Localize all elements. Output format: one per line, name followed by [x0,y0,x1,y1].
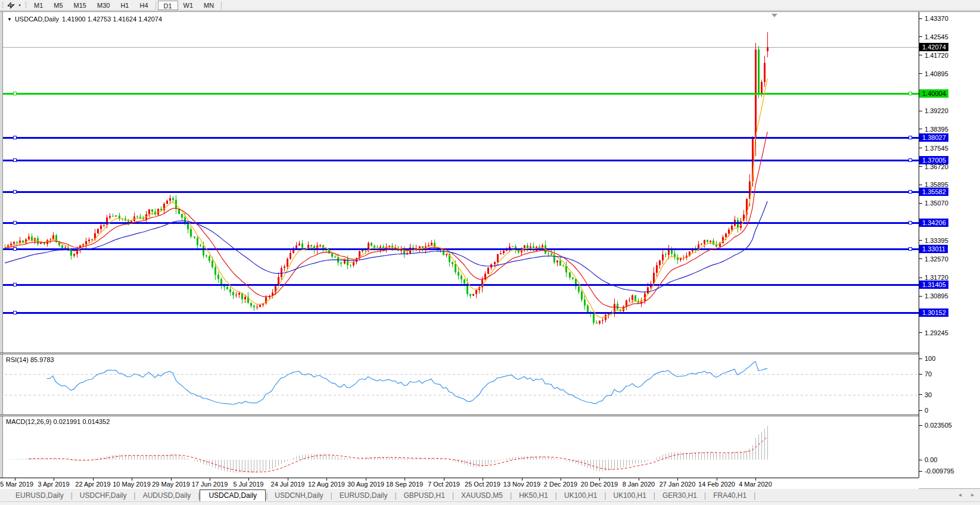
timeframe-button-w1[interactable]: W1 [178,1,199,10]
charts-toolbar-icon[interactable] [5,1,16,10]
current-price-label: 1.42074 [919,43,948,51]
rsi-axis-tick-label: 100 [925,355,935,362]
macd-panel[interactable]: MACD(12,26,9) 0.021991 0.014352 [0,416,919,478]
status-strip [0,501,980,505]
rsi-axis-tick-label: 30 [925,391,932,398]
price-axis-tick [919,240,922,241]
arrows-icon [7,1,15,9]
chart-tab-hk50-h1[interactable]: HK50,H1 [512,490,555,501]
timeframe-toolbar: ▾ M1M5M15M30H1H4D1W1MN [0,0,980,11]
toolbar-separator [221,1,222,10]
chart-title[interactable]: ▼ USDCAD,Daily 1.41900 1.42753 1.41624 1… [7,15,162,23]
rsi-axis-tick [919,394,922,395]
time-axis-label: 12 Aug 2019 [308,481,345,488]
price-panel[interactable]: ▼ USDCAD,Daily 1.41900 1.42753 1.41624 1… [0,13,919,353]
rsi-axis-tick [919,359,922,359]
price-chart-canvas[interactable] [0,13,919,353]
ohlc-values: 1.41900 1.42753 1.41624 1.42074 [62,15,162,23]
price-axis-tick [919,111,922,111]
price-axis-tick-label: 1.41720 [925,52,948,59]
price-axis-tick [919,148,922,148]
price-axis-tick-label: 1.38395 [925,126,948,133]
price-axis-tick-label: 1.32570 [925,255,948,263]
tab-scroll-left-icon[interactable]: ◂ [959,491,962,498]
macd-axis-tick-label: 0.023505 [925,422,952,429]
price-axis-tick-label: 1.39220 [925,107,948,114]
chart-tab-gbpusd-h1[interactable]: GBPUSD,H1 [397,490,452,501]
chart-tab-usdchf-daily[interactable]: USDCHF,Daily [73,490,134,501]
time-axis-label: 5 Jul 2019 [234,481,264,488]
price-axis-tick [919,203,922,204]
rsi-label: RSI(14) 85.9783 [6,356,54,363]
price-axis-tick [919,278,922,278]
price-axis-tick [919,73,922,74]
hline-price-label: 1.35582 [919,188,948,196]
time-axis-label: 10 May 2019 [113,481,151,488]
symbol-label: USDCAD,Daily [15,15,59,23]
time-axis-label: 8 Jan 2020 [623,481,655,488]
chart-tab-eurusd-daily[interactable]: EURUSD,Daily [332,490,395,501]
panel-splitter[interactable] [0,353,980,354]
toolbar-grip[interactable] [2,2,4,9]
time-axis-label: 7 Oct 2019 [428,481,460,488]
price-axis-tick-label: 1.29245 [925,329,948,336]
chart-tab-bar: EURUSD,Daily|USDCHF,Daily|AUDUSD,Daily|U… [0,488,980,501]
rsi-axis-tick [919,374,922,375]
time-axis-label: 14 Feb 2020 [698,481,735,488]
rsi-axis-tick-label: 0 [925,407,928,414]
chart-tab-uk100-h1[interactable]: UK100,H1 [606,490,653,501]
tab-scroll-arrows: ◂▸ [959,491,974,498]
chart-tab-xauusd-m5[interactable]: XAUUSD,M5 [454,490,510,501]
timeframe-button-m30[interactable]: M30 [92,1,115,10]
timeframe-button-mn[interactable]: MN [198,1,219,10]
price-axis-tick-label: 1.37545 [925,145,948,152]
chart-tab-audusd-daily[interactable]: AUDUSD,Daily [136,490,198,501]
time-axis-label: 30 Aug 2019 [347,481,384,488]
chart-tab-usdcnh-daily[interactable]: USDCNH,Daily [267,490,330,501]
price-axis-tick [919,36,922,37]
macd-axis-tick-label: 0.00 [925,456,937,463]
price-axis[interactable]: 1.433701.425451.417201.408951.392201.383… [919,12,980,478]
time-axis-label: 2 Dec 2019 [544,481,577,488]
macd-chart-canvas[interactable] [0,416,919,478]
chart-tab-eurusd-daily[interactable]: EURUSD,Daily [8,490,71,501]
rsi-panel[interactable]: RSI(14) 85.9783 [0,354,919,414]
tab-scroll-right-icon[interactable]: ▸ [971,491,974,498]
panel-splitter[interactable] [0,414,980,416]
toolbar-grip[interactable] [25,2,27,9]
chart-window: ▼ USDCAD,Daily 1.41900 1.42753 1.41624 1… [0,11,980,488]
dropdown-caret-icon[interactable]: ▾ [16,3,23,8]
price-axis-tick [919,129,922,129]
price-axis-tick [919,18,922,19]
time-axis-label: 18 Sep 2019 [386,481,423,488]
chart-tab-uk100-h1[interactable]: UK100,H1 [557,490,604,501]
chart-tab-usdcad-daily[interactable]: USDCAD,Daily [200,490,266,501]
time-axis-label: 20 Dec 2019 [581,481,618,488]
hline-price-label: 1.40004 [919,89,948,98]
timeframe-button-d1[interactable]: D1 [158,1,178,10]
price-axis-tick-label: 1.43370 [925,15,948,22]
rsi-axis-tick-label: 70 [925,370,932,378]
price-axis-tick [919,296,922,297]
timeframe-button-m15[interactable]: M15 [69,1,92,10]
timeframe-button-m1[interactable]: M1 [29,1,48,10]
title-caret-icon[interactable]: ▼ [7,17,12,22]
time-axis-label: 17 Jun 2019 [192,481,228,488]
window-left-border [0,12,3,489]
macd-axis-tick [919,471,922,472]
rsi-chart-canvas[interactable] [0,354,919,414]
time-axis-label: 15 Mar 2019 [0,481,33,488]
price-axis-tick-label: 1.30895 [925,292,948,300]
time-axis[interactable]: 15 Mar 20193 Apr 201922 Apr 201910 May 2… [0,478,919,489]
price-axis-tick [919,55,922,55]
price-axis-tick-label: 1.40895 [925,70,948,77]
time-axis-label: 24 Jul 2019 [271,481,305,488]
chart-tab-fra40-h1[interactable]: FRA40,H1 [706,490,754,501]
timeframe-button-m5[interactable]: M5 [48,1,68,10]
timeframe-button-h4[interactable]: H4 [134,1,153,10]
chart-tab-ger30-h1[interactable]: GER30,H1 [655,490,704,501]
price-axis-tick [919,332,922,333]
timeframe-button-h1[interactable]: H1 [115,1,134,10]
rsi-axis-tick [919,410,922,411]
price-axis-tick-label: 1.35070 [925,199,948,207]
